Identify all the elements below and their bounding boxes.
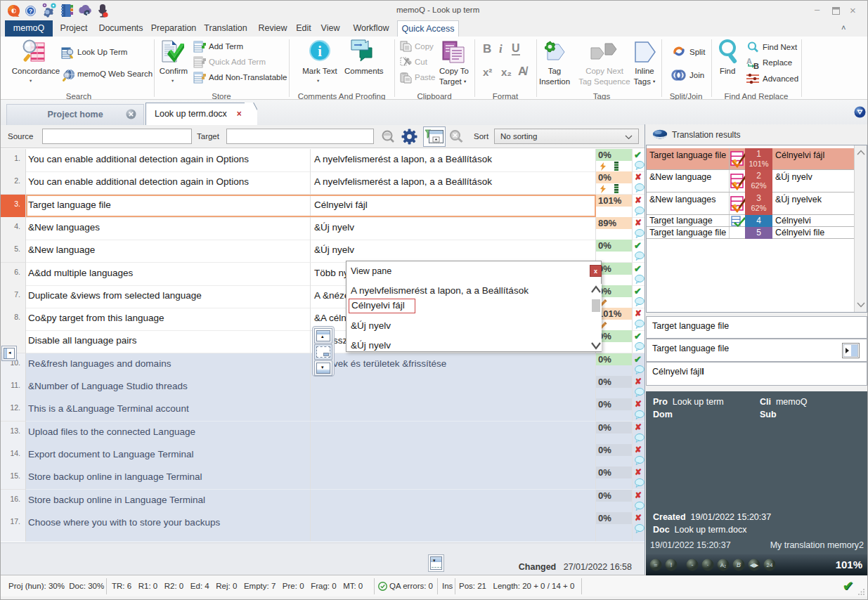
svg-text:?: ? [29, 8, 33, 15]
svg-text:24: 24 [767, 562, 773, 568]
svg-text:i: i [318, 44, 322, 59]
svg-text:·: · [707, 561, 709, 568]
svg-text:-: - [692, 561, 694, 568]
svg-text:A₂: A₂ [720, 562, 726, 568]
svg-text:B: B [753, 62, 759, 69]
svg-text:◀▶: ◀▶ [750, 562, 759, 568]
svg-text:=: = [654, 561, 657, 568]
svg-text:!: ! [671, 561, 673, 568]
svg-text:B: B [737, 561, 741, 568]
svg-text:A: A [746, 57, 752, 65]
